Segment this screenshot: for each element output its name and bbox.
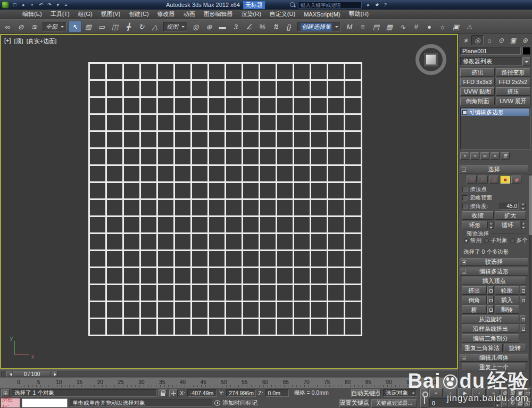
ring-button[interactable]: 环形 bbox=[462, 221, 488, 229]
curve-editor-icon[interactable]: ∿ bbox=[396, 21, 409, 32]
edit-poly-wide-button[interactable]: 沿样条线挤出 bbox=[462, 324, 519, 333]
time-slider-handle[interactable]: 0 / 100 bbox=[13, 371, 51, 377]
select-and-move-icon[interactable]: ╋ bbox=[122, 21, 135, 32]
auto-key-button[interactable]: 自动关键点 bbox=[351, 389, 381, 397]
edge-subobject-icon[interactable]: ∕ bbox=[478, 176, 488, 184]
hierarchy-tab[interactable]: ⌂ bbox=[484, 35, 495, 45]
object-name-field[interactable]: Plane001 bbox=[460, 47, 521, 55]
snap-toggle-3d-icon[interactable]: 3 bbox=[229, 21, 242, 32]
timeline-ruler[interactable]: 0 5 10 15 20 25 30 35 40 45 50 55 bbox=[0, 378, 458, 388]
render-production-icon[interactable]: ♨ bbox=[463, 21, 476, 32]
grow-button[interactable]: 扩大 bbox=[495, 211, 527, 220]
rollout-edit-polygons[interactable]: 编辑多边形 bbox=[460, 268, 528, 276]
select-and-manipulate-icon[interactable]: ⊕ bbox=[203, 21, 215, 32]
graphite-modeling-icon[interactable]: ▦ bbox=[383, 21, 396, 32]
go-to-start-icon[interactable]: « bbox=[429, 388, 443, 397]
key-filters-button[interactable]: 关键点过滤器... bbox=[371, 399, 417, 407]
select-and-rotate-icon[interactable]: ↻ bbox=[135, 21, 148, 32]
macro-recorder-field[interactable]: 所在行: bbox=[1, 398, 20, 407]
orbit-icon[interactable]: ↻ bbox=[509, 398, 516, 407]
rectangular-region-icon[interactable]: ▭ bbox=[95, 21, 108, 32]
save-file-icon[interactable]: ▪ bbox=[28, 1, 36, 9]
time-slider-track[interactable] bbox=[1, 371, 457, 377]
play-animation-icon[interactable]: ▶ bbox=[458, 388, 471, 397]
menu-help[interactable]: 帮助(H) bbox=[345, 10, 373, 19]
utilities-tab[interactable]: ⊛ bbox=[519, 35, 531, 45]
viewport-general-menu[interactable]: [+] bbox=[4, 37, 11, 45]
plane-wireframe-object[interactable] bbox=[88, 62, 362, 336]
menu-rendering[interactable]: 渲染(R) bbox=[237, 10, 265, 19]
undo-icon[interactable]: ↶ bbox=[36, 1, 45, 9]
named-selection-set-dropdown[interactable]: 创建选择集 bbox=[297, 22, 341, 31]
configure-modifier-sets-icon[interactable]: ≣ bbox=[501, 152, 510, 160]
viewcube-top-face[interactable] bbox=[426, 54, 436, 65]
spinner-snap-icon[interactable]: ⇅ bbox=[269, 21, 282, 32]
by-vertex-checkbox[interactable] bbox=[462, 187, 468, 192]
next-frame-arrow-icon[interactable] bbox=[52, 371, 57, 377]
project-folder-icon[interactable]: ▾ bbox=[53, 1, 62, 9]
settings-box-icon[interactable] bbox=[487, 286, 494, 295]
motion-tab[interactable]: ⊙ bbox=[495, 35, 507, 45]
edit-poly-wide-button[interactable]: 从边旋转 bbox=[462, 315, 519, 323]
by-angle-checkbox[interactable] bbox=[462, 204, 468, 209]
panel-scrollbar[interactable] bbox=[529, 174, 531, 386]
search-input[interactable] bbox=[298, 2, 362, 9]
zoom-extents-icon[interactable]: ▣ bbox=[517, 388, 523, 397]
modify-tab[interactable]: ◎ bbox=[471, 35, 483, 45]
rollout-selection[interactable]: 选择 bbox=[460, 165, 528, 173]
preview-option-radio[interactable]: 子对象 bbox=[484, 237, 508, 244]
shrink-button[interactable]: 收缩 bbox=[462, 211, 494, 220]
favorites-star-icon[interactable]: ★ bbox=[372, 1, 381, 9]
selection-filter-dropdown[interactable]: 全部 bbox=[43, 22, 66, 31]
preview-option-radio[interactable]: 禁用 bbox=[464, 237, 481, 244]
key-filter-scope-dropdown[interactable]: 选定对象 bbox=[383, 389, 417, 397]
viewport-pov-menu[interactable]: [顶] bbox=[14, 37, 23, 45]
render-setup-icon[interactable]: ☼ bbox=[436, 21, 449, 32]
menu-graph-editors[interactable]: 图形编辑器 bbox=[200, 10, 237, 19]
window-crossing-icon[interactable]: ◫ bbox=[109, 21, 121, 32]
insert-vertex-button[interactable]: 插入顶点 bbox=[462, 277, 526, 285]
loop-spinner[interactable] bbox=[521, 222, 526, 229]
rollout-soft-selection[interactable]: 软选择 bbox=[460, 258, 528, 266]
modifier-button[interactable]: 挤压 bbox=[496, 87, 530, 96]
angle-value-field[interactable]: 45.0 bbox=[500, 203, 519, 210]
menu-animation[interactable]: 动画 bbox=[179, 10, 200, 19]
modifier-button[interactable]: UVW 贴图 bbox=[460, 87, 495, 96]
rollout-edit-geometry[interactable]: 编辑几何体 bbox=[460, 354, 528, 362]
edit-poly-button[interactable]: 旋转 bbox=[504, 344, 527, 352]
previous-frame-icon[interactable]: ‹ bbox=[444, 388, 457, 397]
modifier-button[interactable]: 挤出 bbox=[460, 68, 495, 77]
make-unique-icon[interactable]: ∞ bbox=[480, 152, 489, 160]
zoom-all-icon[interactable]: ⊞ bbox=[509, 388, 516, 397]
edit-poly-button[interactable]: 翻转 bbox=[495, 305, 520, 314]
modifier-button[interactable]: 路径变形 bbox=[496, 68, 530, 77]
reference-coordinate-dropdown[interactable]: 视图 bbox=[163, 22, 187, 31]
preview-option-radio[interactable]: 多个 bbox=[510, 237, 528, 244]
menu-group[interactable]: 组(G) bbox=[74, 10, 97, 19]
panel-scrollbar-thumb[interactable] bbox=[529, 176, 532, 235]
open-file-icon[interactable]: ▸ bbox=[19, 1, 28, 9]
modifier-button[interactable]: UVW 展开 bbox=[496, 97, 530, 105]
display-tab[interactable]: ▣ bbox=[507, 35, 519, 45]
selection-lock-icon[interactable] bbox=[159, 389, 167, 397]
bind-to-space-warp-icon[interactable]: ≋ bbox=[28, 21, 40, 32]
set-keys-big-key-icon[interactable] bbox=[420, 388, 428, 407]
material-editor-icon[interactable]: ● bbox=[423, 21, 436, 32]
unlink-selection-icon[interactable]: ⊘ bbox=[14, 21, 27, 32]
edit-poly-button[interactable]: 挤出 bbox=[462, 286, 487, 295]
modifier-button[interactable]: FFD 3x3x3 bbox=[460, 78, 495, 86]
vertex-subobject-icon[interactable]: ∷ bbox=[467, 176, 477, 184]
previous-frame-arrow-icon[interactable] bbox=[6, 371, 12, 377]
settings-box-icon[interactable] bbox=[520, 286, 526, 295]
border-subobject-icon[interactable]: ◇ bbox=[489, 176, 499, 184]
menu-views[interactable]: 视图(V) bbox=[97, 10, 125, 19]
search-submit-icon[interactable]: ▸ bbox=[364, 1, 372, 9]
edit-poly-button[interactable]: 桥 bbox=[462, 305, 487, 314]
angle-snap-icon[interactable]: ∠ bbox=[243, 21, 255, 32]
set-key-button[interactable]: 设置关键点 bbox=[339, 399, 369, 407]
x-coordinate-field[interactable]: -407.49m bbox=[187, 389, 217, 397]
edit-poly-button[interactable]: 插入 bbox=[495, 296, 520, 304]
ignore-backfacing-checkbox[interactable] bbox=[462, 195, 468, 201]
viewcube[interactable] bbox=[415, 44, 446, 75]
select-and-scale-icon[interactable]: △ bbox=[148, 21, 161, 32]
